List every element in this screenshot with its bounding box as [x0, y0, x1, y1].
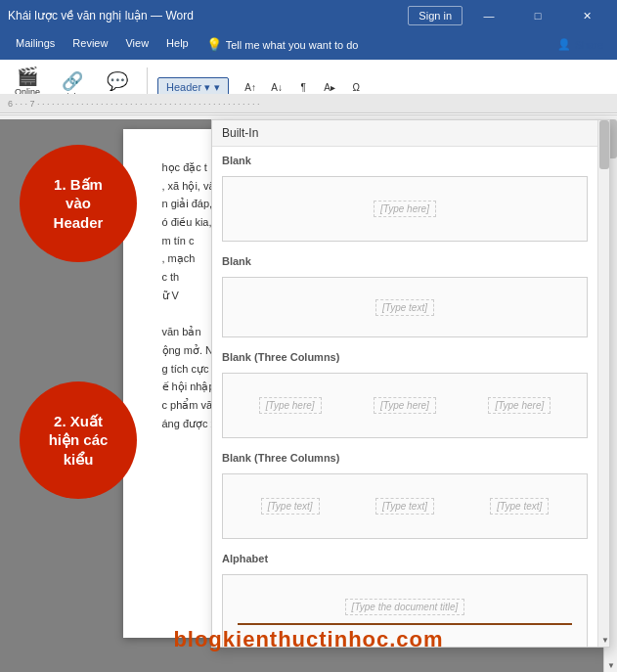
dropdown-header: Built-In [212, 120, 597, 147]
watermark: blogkienthuctinhoc.com [0, 627, 617, 652]
paragraph-button[interactable]: ¶ [291, 80, 315, 95]
ribbon-tabs: Mailings Review View Help 💡 Tell me what… [8, 33, 609, 56]
title-bar: Khái lược về văn nghị luận — Word Sign i… [0, 0, 617, 31]
omega-button[interactable]: Ω [344, 80, 368, 95]
blank2-placeholder: [Type text] [375, 299, 434, 316]
ruler: 6 · · · 7 · · · · · · · · · · · · · · · … [0, 94, 617, 113]
built-in-label: Built-In [222, 126, 258, 140]
tab-review[interactable]: Review [65, 33, 115, 56]
share-icon: 👤 [557, 38, 571, 51]
dropdown-inner: Built-In Blank [Type here] Blank [Type t… [212, 120, 609, 647]
alphabet-line [238, 623, 572, 625]
online-video-icon: 🎬 [17, 67, 38, 85]
share-button[interactable]: 👤 Share [551, 33, 609, 56]
header-dropdown-arrow: ▾ [214, 81, 220, 94]
text-direction-button[interactable]: A▸ [318, 80, 341, 95]
annotation-bubble-1: 1. BấmvàoHeader [20, 145, 137, 262]
blank1-placeholder: [Type here] [374, 201, 436, 217]
section-blank-3col-1: Blank (Three Columns) [212, 343, 597, 367]
blank3col1-center: [Type here] [374, 397, 436, 414]
section-alphabet: Alphabet [212, 545, 597, 568]
font-size-down-button[interactable]: A↓ [265, 80, 288, 95]
blank3col2-center: [Type text] [375, 498, 434, 515]
tab-mailings[interactable]: Mailings [8, 33, 63, 56]
blank3col1-left: [Type here] [259, 397, 322, 414]
ribbon: Mailings Review View Help 💡 Tell me what… [0, 31, 617, 60]
blank3col1-right: [Type here] [488, 397, 551, 414]
tab-help[interactable]: Help [158, 33, 197, 56]
header-dropdown: Built-In Blank [Type here] Blank [Type t… [211, 119, 610, 648]
tab-tell-me[interactable]: 💡 Tell me what you want to do [198, 33, 367, 56]
tab-view[interactable]: View [117, 33, 156, 56]
comment-icon: 💬 [107, 72, 128, 90]
header-button-label: Header ▾ [166, 81, 210, 94]
title-bar-left: Khái lược về văn nghị luận — Word [8, 9, 194, 22]
blank3col2-left: [Type text] [261, 498, 320, 515]
document-title: Khái lược về văn nghị luận — Word [8, 9, 194, 22]
close-button[interactable]: ✕ [564, 0, 609, 31]
header-option-blank3col1[interactable]: [Type here] [Type here] [Type here] [222, 373, 588, 438]
blank3col2-right: [Type text] [490, 498, 549, 515]
alphabet-placeholder: [Type the document title] [345, 599, 465, 615]
section-blank-1: Blank [212, 147, 597, 170]
minimize-button[interactable]: — [466, 0, 511, 31]
scroll-down-arrow[interactable]: ▼ [604, 658, 617, 672]
header-option-blank3col2[interactable]: [Type text] [Type text] [Type text] [222, 473, 588, 539]
dropdown-scrollbar[interactable]: ▲ ▼ [597, 120, 609, 647]
dropdown-scrollbar-thumb[interactable] [599, 120, 609, 169]
annotation-bubble-2: 2. Xuấthiện cáckiểu [20, 381, 137, 499]
header-option-blank1[interactable]: [Type here] [222, 176, 588, 242]
font-size-button[interactable]: A↑ [239, 80, 262, 95]
section-blank-2: Blank [212, 247, 597, 271]
section-blank-3col-2: Blank (Three Columns) [212, 444, 597, 468]
header-option-blank2[interactable]: [Type text] [222, 277, 588, 337]
links-icon: 🔗 [62, 72, 83, 90]
signin-button[interactable]: Sign in [408, 6, 463, 25]
title-bar-controls: Sign in — □ ✕ [408, 0, 609, 31]
maximize-button[interactable]: □ [515, 0, 560, 31]
